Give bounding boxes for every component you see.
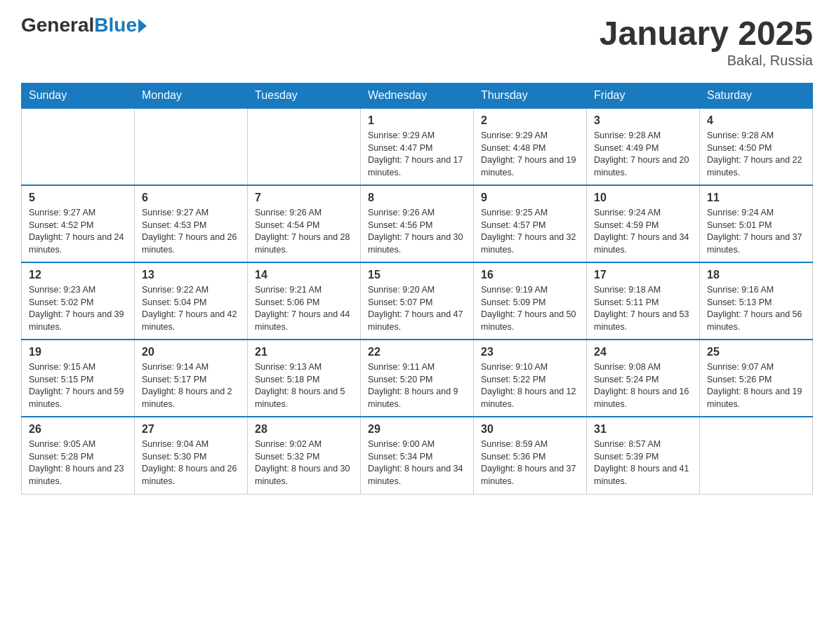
calendar-title: January 2025 bbox=[600, 14, 813, 53]
logo-blue-part: Blue bbox=[94, 14, 147, 36]
week-row-4: 19Sunrise: 9:15 AM Sunset: 5:15 PM Dayli… bbox=[22, 340, 813, 417]
day-number: 20 bbox=[142, 346, 240, 358]
calendar-cell: 22Sunrise: 9:11 AM Sunset: 5:20 PM Dayli… bbox=[361, 340, 474, 417]
title-section: January 2025 Bakal, Russia bbox=[600, 14, 813, 69]
day-info: Sunrise: 9:11 AM Sunset: 5:20 PM Dayligh… bbox=[368, 361, 466, 410]
day-number: 16 bbox=[481, 269, 579, 281]
day-number: 28 bbox=[255, 423, 353, 436]
day-number: 27 bbox=[142, 423, 240, 436]
logo-general-text: General bbox=[21, 14, 94, 36]
day-number: 14 bbox=[255, 269, 353, 281]
header-cell-wednesday: Wednesday bbox=[361, 83, 474, 109]
day-number: 2 bbox=[481, 114, 579, 127]
day-number: 21 bbox=[255, 346, 353, 358]
day-info: Sunrise: 9:26 AM Sunset: 4:54 PM Dayligh… bbox=[255, 207, 353, 256]
header-cell-friday: Friday bbox=[587, 83, 700, 109]
calendar-body: 1Sunrise: 9:29 AM Sunset: 4:47 PM Daylig… bbox=[22, 108, 813, 494]
day-info: Sunrise: 9:04 AM Sunset: 5:30 PM Dayligh… bbox=[142, 438, 240, 488]
day-info: Sunrise: 9:28 AM Sunset: 4:50 PM Dayligh… bbox=[707, 130, 805, 179]
calendar-table: SundayMondayTuesdayWednesdayThursdayFrid… bbox=[21, 83, 813, 495]
day-info: Sunrise: 9:25 AM Sunset: 4:57 PM Dayligh… bbox=[481, 207, 579, 256]
day-info: Sunrise: 8:57 AM Sunset: 5:39 PM Dayligh… bbox=[594, 438, 692, 488]
calendar-cell: 8Sunrise: 9:26 AM Sunset: 4:56 PM Daylig… bbox=[361, 185, 474, 262]
day-number: 22 bbox=[368, 346, 466, 358]
day-number: 5 bbox=[29, 192, 127, 204]
day-info: Sunrise: 9:08 AM Sunset: 5:24 PM Dayligh… bbox=[594, 361, 692, 410]
calendar-cell: 14Sunrise: 9:21 AM Sunset: 5:06 PM Dayli… bbox=[248, 262, 361, 340]
calendar-cell bbox=[248, 108, 361, 185]
header-cell-sunday: Sunday bbox=[22, 83, 135, 109]
day-info: Sunrise: 9:24 AM Sunset: 5:01 PM Dayligh… bbox=[707, 207, 805, 256]
calendar-cell: 20Sunrise: 9:14 AM Sunset: 5:17 PM Dayli… bbox=[135, 340, 248, 417]
calendar-cell: 9Sunrise: 9:25 AM Sunset: 4:57 PM Daylig… bbox=[474, 185, 587, 262]
logo: General Blue bbox=[21, 14, 147, 36]
day-number: 29 bbox=[368, 423, 466, 436]
day-info: Sunrise: 9:27 AM Sunset: 4:53 PM Dayligh… bbox=[142, 207, 240, 256]
day-info: Sunrise: 9:02 AM Sunset: 5:32 PM Dayligh… bbox=[255, 438, 353, 488]
header-cell-thursday: Thursday bbox=[474, 83, 587, 109]
calendar-cell: 24Sunrise: 9:08 AM Sunset: 5:24 PM Dayli… bbox=[587, 340, 700, 417]
calendar-cell: 29Sunrise: 9:00 AM Sunset: 5:34 PM Dayli… bbox=[361, 417, 474, 494]
calendar-cell bbox=[135, 108, 248, 185]
calendar-cell bbox=[700, 417, 813, 494]
day-info: Sunrise: 9:23 AM Sunset: 5:02 PM Dayligh… bbox=[29, 284, 127, 333]
day-number: 23 bbox=[481, 346, 579, 358]
calendar-cell: 31Sunrise: 8:57 AM Sunset: 5:39 PM Dayli… bbox=[587, 417, 700, 494]
day-info: Sunrise: 9:16 AM Sunset: 5:13 PM Dayligh… bbox=[707, 284, 805, 333]
day-number: 19 bbox=[29, 346, 127, 358]
calendar-cell: 1Sunrise: 9:29 AM Sunset: 4:47 PM Daylig… bbox=[361, 108, 474, 185]
day-number: 30 bbox=[481, 423, 579, 436]
calendar-cell: 10Sunrise: 9:24 AM Sunset: 4:59 PM Dayli… bbox=[587, 185, 700, 262]
calendar-cell: 13Sunrise: 9:22 AM Sunset: 5:04 PM Dayli… bbox=[135, 262, 248, 340]
day-number: 11 bbox=[707, 192, 805, 204]
calendar-cell: 21Sunrise: 9:13 AM Sunset: 5:18 PM Dayli… bbox=[248, 340, 361, 417]
day-info: Sunrise: 9:20 AM Sunset: 5:07 PM Dayligh… bbox=[368, 284, 466, 333]
day-info: Sunrise: 9:07 AM Sunset: 5:26 PM Dayligh… bbox=[707, 361, 805, 410]
calendar-cell: 6Sunrise: 9:27 AM Sunset: 4:53 PM Daylig… bbox=[135, 185, 248, 262]
day-info: Sunrise: 9:24 AM Sunset: 4:59 PM Dayligh… bbox=[594, 207, 692, 256]
calendar-header: SundayMondayTuesdayWednesdayThursdayFrid… bbox=[22, 83, 813, 109]
calendar-cell bbox=[22, 108, 135, 185]
calendar-subtitle: Bakal, Russia bbox=[600, 53, 813, 69]
week-row-3: 12Sunrise: 9:23 AM Sunset: 5:02 PM Dayli… bbox=[22, 262, 813, 340]
day-info: Sunrise: 9:21 AM Sunset: 5:06 PM Dayligh… bbox=[255, 284, 353, 333]
day-number: 13 bbox=[142, 269, 240, 281]
day-number: 18 bbox=[707, 269, 805, 281]
day-number: 15 bbox=[368, 269, 466, 281]
day-number: 24 bbox=[594, 346, 692, 358]
day-info: Sunrise: 9:22 AM Sunset: 5:04 PM Dayligh… bbox=[142, 284, 240, 333]
calendar-cell: 11Sunrise: 9:24 AM Sunset: 5:01 PM Dayli… bbox=[700, 185, 813, 262]
day-info: Sunrise: 9:29 AM Sunset: 4:47 PM Dayligh… bbox=[368, 130, 466, 179]
day-number: 3 bbox=[594, 114, 692, 127]
day-info: Sunrise: 8:59 AM Sunset: 5:36 PM Dayligh… bbox=[481, 438, 579, 488]
day-number: 12 bbox=[29, 269, 127, 281]
day-info: Sunrise: 9:00 AM Sunset: 5:34 PM Dayligh… bbox=[368, 438, 466, 488]
calendar-cell: 3Sunrise: 9:28 AM Sunset: 4:49 PM Daylig… bbox=[587, 108, 700, 185]
header-cell-saturday: Saturday bbox=[700, 83, 813, 109]
calendar-cell: 25Sunrise: 9:07 AM Sunset: 5:26 PM Dayli… bbox=[700, 340, 813, 417]
day-info: Sunrise: 9:18 AM Sunset: 5:11 PM Dayligh… bbox=[594, 284, 692, 333]
page-header: General Blue January 2025 Bakal, Russia bbox=[21, 14, 813, 69]
calendar-cell: 30Sunrise: 8:59 AM Sunset: 5:36 PM Dayli… bbox=[474, 417, 587, 494]
calendar-cell: 19Sunrise: 9:15 AM Sunset: 5:15 PM Dayli… bbox=[22, 340, 135, 417]
week-row-2: 5Sunrise: 9:27 AM Sunset: 4:52 PM Daylig… bbox=[22, 185, 813, 262]
calendar-cell: 18Sunrise: 9:16 AM Sunset: 5:13 PM Dayli… bbox=[700, 262, 813, 340]
logo-blue-text: Blue bbox=[94, 14, 137, 36]
day-number: 4 bbox=[707, 114, 805, 127]
day-info: Sunrise: 9:13 AM Sunset: 5:18 PM Dayligh… bbox=[255, 361, 353, 410]
day-number: 8 bbox=[368, 192, 466, 204]
header-cell-tuesday: Tuesday bbox=[248, 83, 361, 109]
calendar-cell: 2Sunrise: 9:29 AM Sunset: 4:48 PM Daylig… bbox=[474, 108, 587, 185]
calendar-cell: 28Sunrise: 9:02 AM Sunset: 5:32 PM Dayli… bbox=[248, 417, 361, 494]
day-number: 9 bbox=[481, 192, 579, 204]
day-info: Sunrise: 9:14 AM Sunset: 5:17 PM Dayligh… bbox=[142, 361, 240, 410]
day-number: 17 bbox=[594, 269, 692, 281]
day-info: Sunrise: 9:10 AM Sunset: 5:22 PM Dayligh… bbox=[481, 361, 579, 410]
calendar-cell: 7Sunrise: 9:26 AM Sunset: 4:54 PM Daylig… bbox=[248, 185, 361, 262]
day-info: Sunrise: 9:15 AM Sunset: 5:15 PM Dayligh… bbox=[29, 361, 127, 410]
week-row-1: 1Sunrise: 9:29 AM Sunset: 4:47 PM Daylig… bbox=[22, 108, 813, 185]
calendar-cell: 27Sunrise: 9:04 AM Sunset: 5:30 PM Dayli… bbox=[135, 417, 248, 494]
day-number: 7 bbox=[255, 192, 353, 204]
header-row: SundayMondayTuesdayWednesdayThursdayFrid… bbox=[22, 83, 813, 109]
day-info: Sunrise: 9:05 AM Sunset: 5:28 PM Dayligh… bbox=[29, 438, 127, 488]
